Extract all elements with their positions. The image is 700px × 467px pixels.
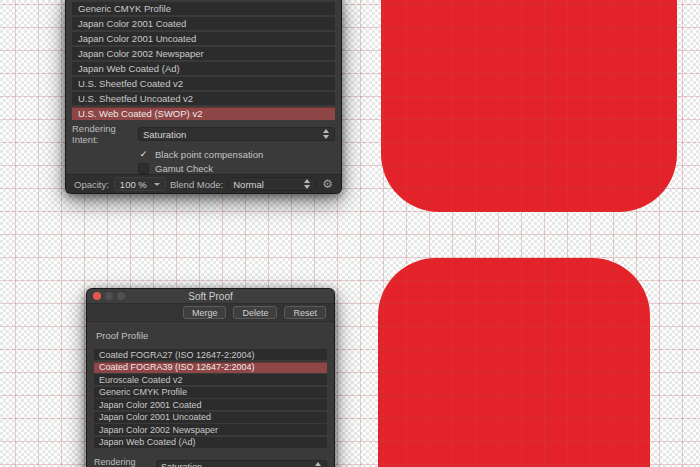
list-item[interactable]: Japan Web Coated (Ad) (94, 437, 327, 448)
blend-mode-label: Blend Mode: (170, 179, 223, 190)
list-item[interactable]: Coated FOGRA27 (ISO 12647-2:2004) (94, 349, 327, 360)
checkbox-group: ✓Black point compensationGamut Check (72, 149, 335, 174)
canvas-red-rounded-square-top (381, 0, 677, 212)
rendering-intent-value: Saturation (143, 129, 186, 140)
profile-list: Generic CMYK ProfileJapan Color 2001 Coa… (72, 2, 335, 122)
stepper-icon (323, 129, 330, 139)
list-item[interactable]: Japan Color 2001 Uncoated (94, 412, 327, 423)
panel-body: Proof Profile Coated FOGRA27 (ISO 12647-… (87, 322, 334, 467)
blend-mode-select[interactable]: Normal (228, 177, 316, 191)
list-item[interactable]: Generic CMYK Profile (94, 387, 327, 398)
list-item[interactable]: U.S. Sheetfed Uncoated v2 (72, 92, 335, 105)
application-canvas: Generic CMYK ProfileJapan Color 2001 Coa… (0, 0, 700, 467)
list-item[interactable]: U.S. Sheetfed Coated v2 (72, 77, 335, 90)
delete-button[interactable]: Delete (233, 306, 277, 319)
merge-button[interactable]: Merge (183, 306, 227, 319)
list-item[interactable]: Japan Web Coated (Ad) (72, 62, 335, 75)
window-title: Soft Proof (87, 291, 334, 302)
rendering-intent-select[interactable]: Saturation (138, 127, 335, 141)
proof-profile-label: Proof Profile (96, 330, 327, 341)
opacity-combobox[interactable]: 100 % (114, 177, 166, 191)
list-item[interactable]: Coated FOGRA39 (ISO 12647-2:2004) (94, 362, 327, 373)
list-item[interactable]: Generic CMYK Profile (72, 2, 335, 15)
opacity-label: Opacity: (74, 179, 109, 190)
layer-options-bar: Opacity: 100 % Blend Mode: Normal ⚙ (66, 174, 341, 193)
blend-mode-value: Normal (233, 179, 264, 190)
canvas-red-rounded-square-bottom (378, 258, 650, 467)
rendering-intent-select[interactable]: Saturation (156, 460, 327, 467)
rendering-intent-value: Saturation (161, 462, 202, 467)
dropdown-arrow-icon (154, 183, 160, 186)
gear-icon[interactable]: ⚙ (322, 178, 333, 190)
rendering-intent-label: Rendering Intent: (94, 457, 156, 467)
list-item[interactable]: Japan Color 2001 Coated (72, 17, 335, 30)
list-item[interactable]: Euroscale Coated v2 (94, 374, 327, 385)
reset-button[interactable]: Reset (284, 306, 326, 319)
color-profile-panel: Generic CMYK ProfileJapan Color 2001 Coa… (65, 0, 342, 194)
rendering-intent-row: Rendering Intent: Saturation (94, 457, 327, 467)
titlebar[interactable]: Soft Proof (87, 289, 334, 304)
proof-profile-list: Coated FOGRA27 (ISO 12647-2:2004)Coated … (94, 349, 327, 448)
list-item[interactable]: Japan Color 2001 Uncoated (72, 32, 335, 45)
stepper-icon (315, 462, 322, 467)
checkbox-label: Black point compensation (155, 149, 263, 160)
checkbox-row: ✓Black point compensation (138, 149, 335, 160)
opacity-value: 100 % (120, 179, 147, 190)
unchecked-checkbox[interactable] (138, 163, 149, 174)
rendering-intent-row: Rendering Intent: Saturation (72, 123, 335, 145)
soft-proof-panel: Soft Proof MergeDeleteReset Proof Profil… (86, 288, 335, 467)
checked-checkbox-icon[interactable]: ✓ (138, 149, 149, 160)
rendering-intent-label: Rendering Intent: (72, 123, 138, 145)
list-item[interactable]: U.S. Web Coated (SWOP) v2 (72, 107, 335, 120)
checkbox-label: Gamut Check (155, 163, 213, 174)
list-item[interactable]: Japan Color 2002 Newspaper (72, 47, 335, 60)
list-item[interactable]: Japan Color 2002 Newspaper (94, 424, 327, 435)
stepper-icon (304, 179, 311, 189)
list-item[interactable]: Japan Color 2001 Coated (94, 399, 327, 410)
toolbar: MergeDeleteReset (87, 304, 334, 322)
checkbox-row: Gamut Check (138, 163, 335, 174)
